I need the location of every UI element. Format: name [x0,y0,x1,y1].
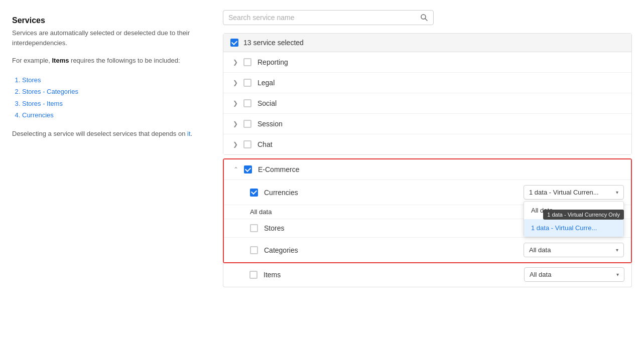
categories-dropdown-value: All data [529,246,551,254]
list-link: Stores - Items [22,100,63,107]
search-bar [223,10,434,25]
chevron-icon-social[interactable]: ❯ [230,98,240,108]
checkbox-stores[interactable] [250,224,258,232]
service-row-reporting[interactable]: ❯ Reporting [223,52,631,73]
list-link: Stores - Categories [22,88,78,95]
ecommerce-section: ⌃ E-Commerce Currencies 1 data - Virtual… [223,158,632,263]
service-name-categories: Categories [264,246,524,254]
panel-title: Services [12,16,199,25]
checkbox-chat[interactable] [243,140,251,148]
service-name-reporting: Reporting [257,58,624,66]
checkbox-items[interactable] [249,271,257,279]
left-panel: Services Services are automatically sele… [0,0,211,356]
list-item: Stores [22,74,199,86]
currencies-dropdown-value: 1 data - Virtual Curren... [529,189,599,196]
dropdown-option-virtual[interactable]: 1 data - Virtual Curre... [524,219,623,237]
checkbox-social[interactable] [243,99,251,107]
svg-line-1 [425,19,427,21]
checkbox-session[interactable] [243,120,251,128]
ecommerce-header[interactable]: ⌃ E-Commerce [224,159,631,180]
checkbox-currencies[interactable] [250,189,258,197]
service-name-chat: Chat [257,140,624,148]
right-panel: 13 service selected ❯ Reporting ❯ Legal … [211,0,644,356]
list-item: Stores - Categories [22,86,199,97]
chevron-down-icon-ecommerce[interactable]: ⌃ [231,164,241,174]
service-name-social: Social [257,99,624,107]
service-row-chat[interactable]: ❯ Chat [223,134,631,154]
search-button[interactable] [420,14,428,22]
list-item: Currencies [22,109,199,121]
chevron-icon-chat[interactable]: ❯ [230,139,240,149]
checkbox-ecommerce[interactable] [244,165,252,173]
search-input[interactable] [228,14,420,22]
sub-item-categories: Categories All data ▾ [224,238,631,262]
example-intro: For example, [12,57,52,64]
example-bold: Items [52,57,69,64]
service-name-session: Session [257,120,624,128]
service-list: 13 service selected ❯ Reporting ❯ Legal … [223,33,632,155]
chevron-icon-legal[interactable]: ❯ [230,78,240,88]
chevron-icon-reporting[interactable]: ❯ [230,57,240,67]
list-link: Currencies [22,111,54,119]
items-dropdown-chevron-icon: ▾ [616,272,619,277]
currencies-dropdown-btn[interactable]: 1 data - Virtual Curren... ▾ [524,185,624,200]
list-item: Stores - Items [22,98,199,109]
service-name-legal: Legal [257,79,624,87]
selected-header: 13 service selected [223,34,631,52]
service-row-session[interactable]: ❯ Session [223,114,631,134]
checkbox-reporting[interactable] [243,58,251,66]
items-dropdown-value: All data [530,271,551,278]
tooltip: 1 data - Virtual Currency Only [543,210,624,220]
example-text: For example, Items requires the followin… [12,56,199,66]
deselect-note: Deselecting a service will deselect serv… [12,129,199,139]
items-dropdown-btn[interactable]: All data ▾ [524,267,624,282]
categories-dropdown-chevron-icon: ▾ [616,247,618,253]
categories-dropdown-btn[interactable]: All data ▾ [524,243,624,257]
checkbox-legal[interactable] [243,79,251,87]
service-name-ecommerce: E-Commerce [258,165,624,173]
items-row: Items All data ▾ [223,262,632,287]
service-row-social[interactable]: ❯ Social [223,93,631,114]
service-name-items: Items [264,271,524,279]
example-suffix: requires the followings to be included: [69,57,180,64]
chevron-icon-session[interactable]: ❯ [230,119,240,129]
all-data-text: All data [250,208,272,216]
sub-item-currencies: Currencies 1 data - Virtual Curren... ▾ … [224,180,631,205]
list-link: Stores [22,76,41,84]
selected-count: 13 service selected [243,39,304,47]
checkbox-categories[interactable] [250,246,258,254]
example-list: Stores Stores - Categories Stores - Item… [12,74,199,121]
service-row-legal[interactable]: ❯ Legal [223,73,631,93]
dropdown-chevron-icon: ▾ [616,190,618,195]
selected-check-icon [230,39,238,47]
service-name-currencies: Currencies [264,189,524,197]
search-icon [420,14,428,22]
panel-subtitle: Services are automatically selected or d… [12,28,199,48]
